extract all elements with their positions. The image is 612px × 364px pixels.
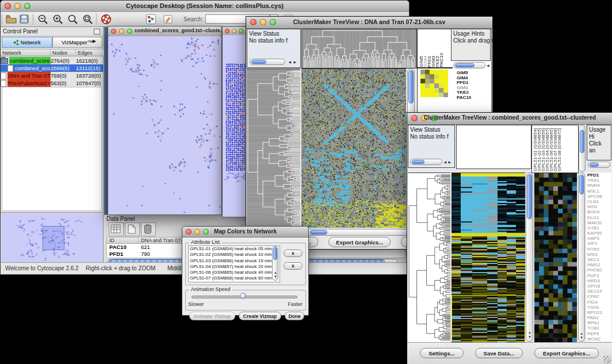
scroll-thumb[interactable]	[273, 247, 277, 260]
treeview2-row-dendrogram[interactable]	[408, 173, 450, 342]
treeview1-row-labels[interactable]: GIM5GIM4PFD1GIM3YKE2PAC10	[457, 71, 471, 101]
close-icon[interactable]	[111, 29, 116, 34]
matrix-cell[interactable]	[434, 79, 439, 83]
treeview1-column-dendrogram[interactable]	[301, 29, 417, 68]
gene-label[interactable]: MSL1	[587, 189, 611, 194]
gene-label[interactable]: RPO21	[587, 310, 611, 315]
minimize-icon[interactable]	[232, 29, 236, 33]
float-panel-icon[interactable]	[94, 29, 100, 35]
matrix-cell[interactable]	[439, 88, 443, 93]
data-panel-attr-button[interactable]	[109, 223, 124, 236]
attribute-list-scrollbar[interactable]: ▲ ▼	[272, 246, 278, 281]
matrix-cell[interactable]	[434, 70, 439, 74]
treeview-button[interactable]: Export Graphics...	[328, 237, 391, 247]
scroll-left-icon[interactable]: ◀	[487, 64, 489, 67]
scroll-thumb[interactable]	[412, 160, 424, 164]
gene-label[interactable]: PHO81	[587, 267, 611, 273]
gene-label[interactable]: NIS1	[587, 204, 611, 209]
matrix-cell[interactable]	[439, 79, 443, 83]
matrix-cell[interactable]	[430, 79, 434, 83]
matrix-cell[interactable]	[430, 83, 434, 88]
gene-label[interactable]: PEP5	[587, 331, 611, 336]
matrix-cell[interactable]	[425, 93, 430, 97]
matrix-cell[interactable]	[443, 79, 448, 83]
treeview1-titlebar[interactable]: ClusterMaker TreeView : DNA and Tran 07-…	[246, 17, 492, 29]
matrix-cell[interactable]	[420, 74, 425, 79]
treeview-button[interactable]: Save Data...	[475, 348, 523, 358]
attribute-item[interactable]: GPL51-03 (GSM856) heat shock 15 min	[189, 258, 280, 264]
zoom-window-icon[interactable]	[239, 29, 243, 33]
usage-hints-scrollbar[interactable]	[453, 62, 485, 68]
animate-vizmap-button[interactable]: Animate Vizmap	[189, 312, 235, 320]
gene-label[interactable]: RNR4	[587, 183, 611, 188]
column-header[interactable]: Network	[1, 49, 51, 56]
gene-label[interactable]: TCB3	[587, 325, 611, 331]
gene-label[interactable]: ELG1	[587, 215, 611, 220]
resize-grip[interactable]	[603, 356, 611, 363]
gene-label[interactable]: PUF3	[587, 273, 611, 278]
gene-label[interactable]: KAP95	[587, 231, 611, 236]
attribute-listbox[interactable]: GPL51-01 (GSM854) heat shock 05 minGPL51…	[188, 246, 280, 282]
matrix-cell[interactable]	[425, 74, 430, 79]
animation-slider-thumb[interactable]	[240, 293, 246, 299]
control-panel-tab[interactable]: Network	[2, 37, 52, 48]
gene-label[interactable]: PFD1	[587, 173, 611, 178]
gene-label[interactable]: CLN1	[587, 199, 611, 204]
create-vizmap-button[interactable]: Create Vizmap	[239, 312, 281, 320]
treeview1-heatmap[interactable]	[301, 68, 406, 228]
scroll-thumb[interactable]	[579, 175, 584, 194]
zoom-selected-button[interactable]	[67, 14, 79, 27]
treeview2-gene-list[interactable]: PFD1YRA1RNR4MSL1SPC98CLN1NIS1BUD4ELG1MAK…	[586, 173, 611, 342]
matrix-cell[interactable]	[434, 93, 439, 97]
move-down-button[interactable]: ∨	[284, 262, 303, 270]
zoom-fit-button[interactable]	[82, 14, 94, 27]
view-status-scrollbar[interactable]	[410, 159, 442, 165]
matrix-cell[interactable]	[425, 83, 430, 88]
matrix-cell[interactable]	[439, 93, 443, 97]
scroll-left-icon[interactable]: ◀	[288, 60, 291, 64]
main-titlebar[interactable]: Cytoscape Desktop (Session Name: collins…	[1, 1, 409, 13]
gene-label[interactable]: PAN1	[587, 315, 611, 320]
network-row[interactable]: combined_scores 2764(0) 16218(0)	[1, 57, 104, 64]
attribute-item[interactable]: GPL51-02 (GSM855) heat shock 10 min	[189, 252, 280, 258]
gene-label[interactable]: VIP1	[587, 241, 611, 246]
save-session-button[interactable]	[19, 14, 29, 26]
data-panel-new-button[interactable]	[125, 223, 140, 236]
scroll-right-icon[interactable]: ▶	[293, 60, 296, 64]
matrix-cell[interactable]	[443, 83, 448, 88]
treeview2-titlebar[interactable]: ClusterMaker TreeView : combined_scores_…	[407, 113, 612, 125]
network-row[interactable]: RNAPuberNov2+... 563(0) 107847(0)	[1, 79, 104, 87]
gene-label[interactable]: BUD4	[587, 209, 611, 214]
network-view-titlebar[interactable]: combined_scores_good.txt--cluste...	[108, 26, 221, 37]
matrix-cell[interactable]	[425, 88, 430, 93]
scroll-left-icon[interactable]: ◀	[443, 160, 446, 164]
matrix-cell[interactable]	[434, 74, 439, 79]
usage-hints-scrollbar[interactable]	[588, 162, 610, 168]
open-session-button[interactable]	[5, 14, 17, 26]
matrix-cell[interactable]	[425, 70, 430, 74]
gene-label[interactable]: SPC98	[587, 194, 611, 199]
gene-label[interactable]: SEC24	[587, 289, 611, 294]
help-button[interactable]	[101, 14, 112, 27]
gene-label[interactable]: GPI16	[587, 283, 611, 289]
treeview1-zoom-matrix[interactable]	[420, 70, 448, 97]
network-view-canvas[interactable]	[108, 36, 220, 213]
matrix-cell[interactable]	[443, 74, 448, 79]
done-button[interactable]: Done	[285, 312, 304, 320]
column-header[interactable]: Edges	[76, 49, 104, 56]
scroll-down-icon[interactable]: ▼	[274, 275, 277, 278]
scroll-thumb[interactable]	[408, 70, 414, 104]
zoom-window-icon[interactable]	[127, 29, 132, 34]
network-overview-panel[interactable]	[1, 212, 104, 263]
matrix-cell[interactable]	[439, 74, 443, 79]
more-tabs-button[interactable]: ▶	[93, 39, 96, 44]
gene-label[interactable]: RPN1	[587, 320, 611, 325]
matrix-cell[interactable]	[430, 88, 434, 93]
treeview2-zoom-heatmap[interactable]	[534, 173, 577, 342]
gene-label[interactable]: MSI1	[587, 252, 611, 257]
scroll-thumb[interactable]	[590, 163, 599, 167]
scroll-thumb[interactable]	[251, 60, 266, 64]
data-panel-delete-button[interactable]	[141, 223, 156, 236]
gene-label[interactable]: MON2	[587, 336, 611, 342]
matrix-cell[interactable]	[434, 88, 439, 93]
